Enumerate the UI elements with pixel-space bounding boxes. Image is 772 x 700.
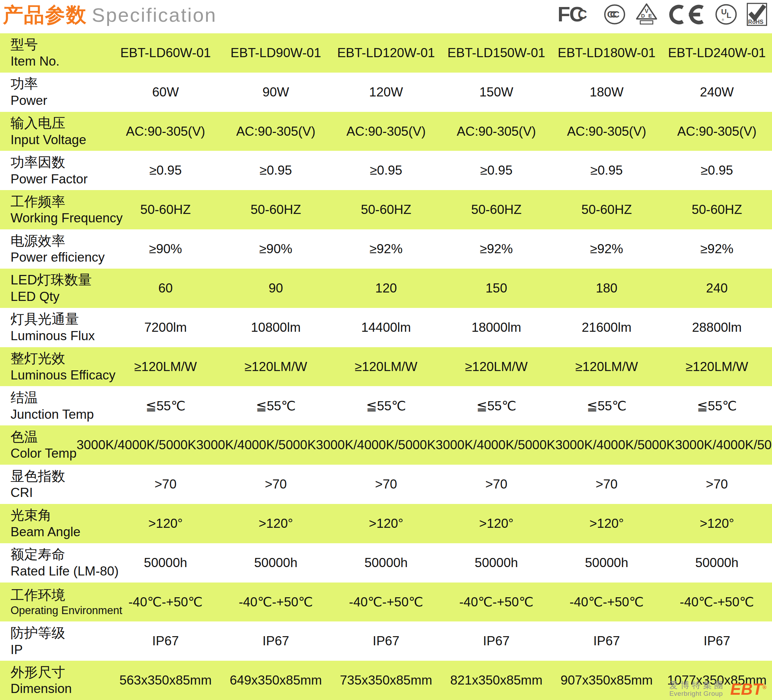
value-cell: 50000h (221, 543, 331, 582)
value-cell: 240W (662, 72, 772, 112)
value-cell: ≥90% (221, 230, 331, 269)
value-cell: 907x350x85mm (551, 661, 662, 700)
value-cell: AC:90-305(V) (110, 112, 221, 151)
registered-mark: ® (762, 684, 766, 690)
row-label: 外形尺寸Dimension (0, 661, 110, 700)
row-label-zh: 显色指数 (10, 468, 110, 485)
value-cell: >70 (662, 465, 772, 504)
value-cell: >70 (331, 465, 441, 504)
row-label-en: Input Voltage (10, 132, 110, 148)
value-cell: EBT-LD240W-01 (662, 33, 772, 72)
row-label-en: LED Qty (10, 289, 110, 305)
value-cell: EBT-LD180W-01 (551, 33, 662, 72)
value-cell: ≦55℃ (441, 386, 551, 425)
svg-text:D: D (641, 13, 645, 19)
value-cell: AC:90-305(V) (662, 112, 772, 151)
certification-icons: F C C CCC V D E (558, 2, 767, 27)
value-cell: EBT-LD90W-01 (221, 33, 331, 72)
table-row: 功率Power60W90W120W150W180W240W (0, 72, 772, 112)
value-cell: 120 (331, 269, 441, 308)
row-label: 结温Junction Temp (0, 386, 110, 425)
table-row: 外形尺寸Dimension563x350x85mm649x350x85mm735… (0, 661, 772, 700)
page-title-en: Specification (92, 4, 217, 26)
value-cell: -40℃-+50℃ (331, 582, 441, 622)
row-label-zh: 型号 (10, 36, 110, 53)
value-cell: >120° (221, 504, 331, 543)
footer-company-en: Everbright Group (669, 690, 725, 698)
row-label: 色温Color Temp (0, 425, 77, 465)
row-label-en: Rated Life (LM-80) (10, 563, 110, 579)
value-cell: -40℃-+50℃ (551, 582, 662, 622)
row-label: 功率Power (0, 72, 110, 112)
value-cell: 150 (441, 269, 551, 308)
row-label: LED灯珠数量LED Qty (0, 269, 110, 308)
value-cell: 50-60HZ (331, 190, 441, 230)
svg-text:®: ® (722, 18, 725, 22)
row-label: 工作环境Operating Environment (0, 582, 110, 622)
row-label-zh: 功率因数 (10, 154, 110, 171)
value-cell: ≦55℃ (551, 386, 662, 425)
table-row: 防护等级IPIP67IP67IP67IP67IP67IP67 (0, 621, 772, 661)
value-cell: ≥120LM/W (551, 347, 662, 387)
value-cell: -40℃-+50℃ (662, 582, 772, 622)
value-cell: 50-60HZ (441, 190, 551, 230)
row-label-zh: 光束角 (10, 507, 110, 524)
row-label-en: Luminous Efficacy (10, 367, 110, 383)
value-cell: -40℃-+50℃ (110, 582, 221, 622)
value-cell: 3000K/4000K/5000K (77, 425, 196, 465)
value-cell: ≥92% (662, 230, 772, 269)
value-cell: 10800lm (221, 308, 331, 347)
value-cell: 7200lm (110, 308, 221, 347)
value-cell: 3000K/4000K/5000K (435, 425, 555, 465)
value-cell: EBT-LD150W-01 (441, 33, 551, 72)
row-label: 防护等级IP (0, 621, 110, 661)
value-cell: ≥0.95 (331, 151, 441, 190)
row-label: 型号Item No. (0, 33, 110, 72)
row-label: 整灯光效Luminous Efficacy (0, 347, 110, 387)
value-cell: 50-60HZ (110, 190, 221, 230)
row-label-en: Power efficiency (10, 249, 110, 266)
row-label-en: Working Frequency (10, 210, 110, 226)
row-label-zh: 工作环境 (10, 587, 110, 604)
row-label-zh: 灯具光通量 (10, 311, 110, 328)
value-cell: ≥0.95 (441, 151, 551, 190)
value-cell: 649x350x85mm (221, 661, 331, 700)
value-cell: 50000h (110, 543, 221, 582)
value-cell: ≦55℃ (221, 386, 331, 425)
value-cell: >70 (441, 465, 551, 504)
row-label-en: Color Temp (10, 445, 77, 462)
value-cell: IP67 (662, 621, 772, 661)
value-cell: >70 (551, 465, 662, 504)
row-label-zh: 外形尺寸 (10, 664, 110, 681)
value-cell: AC:90-305(V) (331, 112, 441, 151)
row-label-zh: 工作频率 (10, 193, 110, 210)
value-cell: ≥0.95 (662, 151, 772, 190)
ebt-logo-text: EBT (730, 680, 762, 698)
footer-company-zh: 爱博特集團 (669, 680, 725, 690)
page-title: 产品参数Specification (3, 2, 217, 29)
row-label-zh: 额定寿命 (10, 546, 110, 563)
row-label-en: Dimension (10, 681, 110, 697)
row-label-en: Operating Environment (10, 604, 110, 618)
value-cell: 180W (551, 72, 662, 112)
row-label: 额定寿命Rated Life (LM-80) (0, 543, 110, 582)
row-label-en: Power Factor (10, 171, 110, 187)
value-cell: >120° (551, 504, 662, 543)
value-cell: >70 (221, 465, 331, 504)
row-label-en: Luminous Flux (10, 328, 110, 344)
value-cell: 50-60HZ (551, 190, 662, 230)
svg-text:U: U (721, 7, 727, 16)
value-cell: 50000h (551, 543, 662, 582)
row-label: 工作频率Working Frequency (0, 190, 110, 230)
value-cell: AC:90-305(V) (221, 112, 331, 151)
rohs-label: RoHS (748, 19, 764, 25)
table-row: 光束角Beam Angle>120°>120°>120°>120°>120°>1… (0, 504, 772, 543)
value-cell: 3000K/4000K/5000K (196, 425, 316, 465)
value-cell: ≥120LM/W (662, 347, 772, 387)
ebt-logo: EBT® (730, 681, 766, 697)
table-row: LED灯珠数量LED Qty6090120150180240 (0, 269, 772, 308)
value-cell: 240 (662, 269, 772, 308)
value-cell: IP67 (441, 621, 551, 661)
row-label-zh: 输入电压 (10, 115, 110, 132)
table-row: 工作环境Operating Environment-40℃-+50℃-40℃-+… (0, 582, 772, 622)
